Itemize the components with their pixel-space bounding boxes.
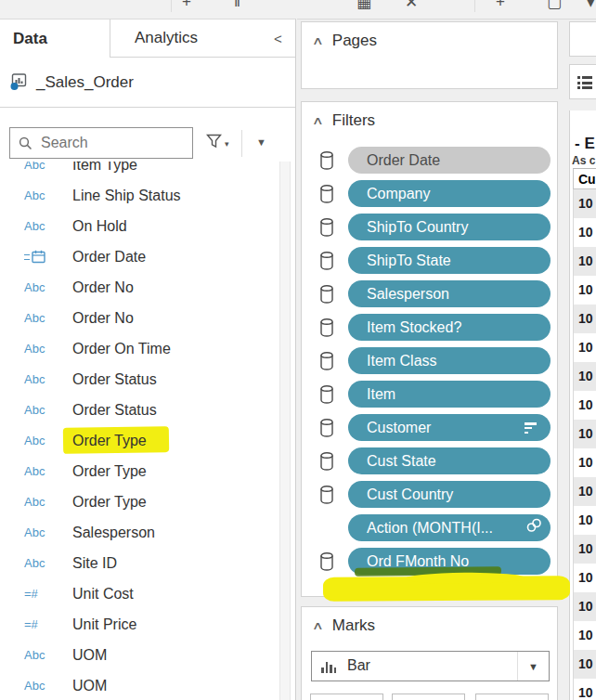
filter-pill-row: Item xyxy=(302,381,557,408)
tab-analytics[interactable]: Analytics xyxy=(110,19,261,58)
table-cell[interactable]: 10 xyxy=(573,247,596,276)
table-cell[interactable]: 10 xyxy=(573,391,596,420)
table-cell[interactable]: 10 xyxy=(573,448,596,477)
field-row[interactable]: Abc Salesperson xyxy=(0,517,279,548)
field-row[interactable]: Abc Order No xyxy=(0,272,279,303)
search-input[interactable] xyxy=(41,135,180,151)
filter-pill[interactable]: Customer xyxy=(348,414,551,441)
filter-pill[interactable]: ShipTo Country xyxy=(348,214,551,240)
marks-property-button[interactable] xyxy=(475,694,549,700)
search-box[interactable] xyxy=(9,127,193,159)
table-cell[interactable]: 10 xyxy=(573,218,596,247)
field-row[interactable]: Abc Order Type xyxy=(0,456,279,486)
field-row[interactable]: Order Date xyxy=(0,241,279,272)
field-list-scrollbar[interactable] xyxy=(279,162,291,700)
toolbar-icon-fragment[interactable]: ‖ xyxy=(234,0,254,12)
table-cell[interactable]: 10 xyxy=(573,477,596,506)
filter-pill[interactable]: Item Class xyxy=(348,347,551,374)
funnel-icon xyxy=(206,134,222,149)
table-cell[interactable]: 10 xyxy=(573,679,596,700)
table-cell[interactable]: 10 xyxy=(573,333,596,362)
bar-chart-icon xyxy=(321,662,338,673)
filter-lines-icon xyxy=(525,422,538,435)
field-row[interactable]: Abc UOM xyxy=(0,670,279,700)
collapse-chevron-icon[interactable]: ∧ xyxy=(312,619,324,632)
table-cell[interactable]: 10 xyxy=(573,506,596,535)
filter-pill[interactable]: Company xyxy=(348,180,551,207)
toolbar-icon-fragment[interactable]: + xyxy=(182,0,202,12)
datasource-field-icon xyxy=(320,218,333,237)
toolbar-icon-fragment[interactable]: ▢ xyxy=(547,0,567,12)
table-cell[interactable]: 10 xyxy=(573,305,596,333)
filter-pill[interactable]: Cust Country xyxy=(348,481,551,508)
funnel-caret-icon: ▾ xyxy=(225,139,229,149)
string-field-icon: Abc xyxy=(24,648,52,662)
datasource-field-icon xyxy=(320,352,333,370)
field-row[interactable]: Abc Line Ship Status xyxy=(0,180,279,211)
filter-pill[interactable]: Item Stocked? xyxy=(348,314,551,341)
table-cell[interactable]: 10 xyxy=(573,276,596,305)
field-row[interactable]: Abc Order No xyxy=(0,303,279,333)
datasource-field-icon xyxy=(320,151,333,170)
field-row[interactable]: Abc Item Type xyxy=(0,162,279,180)
chevron-down-icon[interactable]: ▼ xyxy=(517,652,549,681)
filter-pill[interactable]: ShipTo State xyxy=(348,247,551,274)
field-row[interactable]: =# Unit Price xyxy=(0,609,279,640)
tab-data[interactable]: Data xyxy=(0,19,110,58)
table-cell[interactable]: 10 xyxy=(573,189,596,218)
field-row[interactable]: Abc Order Status xyxy=(0,395,279,425)
rows-shelf[interactable] xyxy=(569,64,596,99)
field-row[interactable]: Abc On Hold xyxy=(0,211,279,241)
toolbar-divider xyxy=(474,0,475,12)
filter-pill[interactable]: Salesperson xyxy=(348,280,551,307)
sheet-subtitle-fragment: As c xyxy=(572,154,595,167)
string-field-icon: Abc xyxy=(24,495,52,509)
table-cell[interactable]: 10 xyxy=(573,535,596,564)
string-field-icon: Abc xyxy=(24,556,52,570)
datasource-field-icon xyxy=(320,486,333,504)
toolbar-icon-fragment[interactable]: ▾ xyxy=(587,0,596,12)
collapse-chevron-icon[interactable]: ∧ xyxy=(312,34,324,47)
filter-pill-row: ShipTo Country xyxy=(302,214,557,241)
filter-pill-row: Cust Country xyxy=(302,481,557,509)
filter-pill[interactable]: Cust State xyxy=(348,447,551,474)
field-row-order-type-highlighted[interactable]: Abc Order Type xyxy=(0,425,279,456)
marks-property-button[interactable] xyxy=(310,694,383,700)
datasource-row[interactable]: _Sales_Order xyxy=(0,58,295,108)
pane-menu-caret[interactable]: ▼ xyxy=(256,136,266,148)
datasource-field-icon xyxy=(320,285,333,304)
table-cell[interactable]: 10 xyxy=(573,564,596,592)
field-row[interactable]: Abc Order Status xyxy=(0,364,279,395)
field-row[interactable]: =# Unit Cost xyxy=(0,578,279,609)
datasource-field-icon xyxy=(320,318,333,337)
field-row[interactable]: Abc Site ID xyxy=(0,548,279,578)
filter-fields-button[interactable]: ▾ xyxy=(206,134,229,149)
filter-pill-action[interactable]: Action (MONTH(I... xyxy=(348,514,551,541)
filter-pill[interactable]: Order Date xyxy=(348,147,551,174)
table-cell[interactable]: 10 xyxy=(573,592,596,621)
collapse-chevron-icon[interactable]: ∧ xyxy=(312,114,324,127)
toolbar-icon-fragment[interactable]: ✕ xyxy=(405,0,425,12)
toolbar-icon-fragment[interactable]: + xyxy=(496,0,516,12)
collapse-pane-button[interactable]: < xyxy=(261,19,295,58)
filter-pill[interactable]: Item xyxy=(348,381,551,408)
table-cell[interactable]: 10 xyxy=(573,650,596,679)
table-cell[interactable]: 10 xyxy=(573,362,596,391)
string-field-icon: Abc xyxy=(24,525,52,539)
marks-property-button[interactable] xyxy=(392,694,465,700)
shelf-panel: ∧ Pages ∧ Filters Order Date Company xyxy=(297,19,566,700)
columns-shelf[interactable] xyxy=(569,21,596,57)
field-row[interactable]: Abc Order On Time xyxy=(0,333,279,364)
string-field-icon: Abc xyxy=(24,403,52,417)
table-cell[interactable]: 10 xyxy=(573,420,596,448)
toolbar-icon-fragment[interactable]: ▦ xyxy=(356,0,377,12)
filter-pill-row: Company xyxy=(302,180,557,208)
table-cell[interactable]: 10 xyxy=(573,621,596,650)
mark-type-dropdown[interactable]: Bar ▼ xyxy=(311,651,550,681)
pages-card: ∧ Pages xyxy=(301,21,558,89)
field-row[interactable]: Abc UOM xyxy=(0,640,279,670)
column-header-cell: Cu xyxy=(573,168,596,189)
field-row[interactable]: Abc Order Type xyxy=(0,486,279,517)
marks-card: ∧ Marks Bar ▼ xyxy=(301,606,558,700)
worksheet-strip: - E As c Cu 10 10 10 10 10 10 10 10 10 1… xyxy=(566,19,596,700)
